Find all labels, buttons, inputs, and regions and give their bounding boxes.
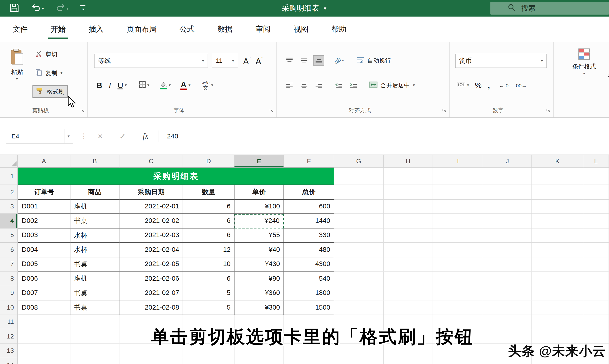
align-left-button[interactable] xyxy=(284,80,295,91)
cell-A8[interactable]: D006 xyxy=(18,272,70,286)
fill-color-dropdown-icon[interactable]: ▾ xyxy=(169,83,171,87)
column-header-F[interactable]: F xyxy=(284,155,334,168)
row-header-9[interactable]: 9 xyxy=(0,286,18,300)
cell-J1[interactable] xyxy=(483,168,532,185)
underline-button[interactable]: U ▾ xyxy=(118,81,127,90)
cell-K11[interactable] xyxy=(532,315,583,329)
row-header-13[interactable]: 13 xyxy=(0,344,18,358)
cell-A10[interactable]: D008 xyxy=(18,300,70,315)
cell-C2[interactable]: 采购日期 xyxy=(119,185,183,199)
italic-button[interactable]: I xyxy=(108,81,111,90)
font-size-dropdown-icon[interactable]: ▾ xyxy=(229,59,234,63)
cell-A11[interactable] xyxy=(18,315,70,329)
cell-L6[interactable] xyxy=(583,243,609,257)
paste-button[interactable]: 粘贴 ▾ xyxy=(6,48,29,98)
cell-F8[interactable]: 540 xyxy=(284,272,334,286)
cell-L12[interactable] xyxy=(583,329,609,344)
font-color-dropdown-icon[interactable]: ▾ xyxy=(188,83,190,87)
cell-H3[interactable] xyxy=(384,199,433,214)
select-all-button[interactable] xyxy=(0,155,18,168)
fill-color-button[interactable]: ▾ xyxy=(160,81,171,90)
cell-A3[interactable]: D001 xyxy=(18,199,70,214)
column-header-A[interactable]: A xyxy=(18,155,70,168)
cell-H1[interactable] xyxy=(384,168,433,185)
cell-J7[interactable] xyxy=(483,257,532,272)
accounting-dropdown-icon[interactable]: ▾ xyxy=(467,83,469,87)
cell-B7[interactable]: 书桌 xyxy=(70,257,119,272)
cell-L1[interactable] xyxy=(583,168,609,185)
cell-F7[interactable]: 4300 xyxy=(284,257,334,272)
cell-K10[interactable] xyxy=(532,300,583,315)
cell-H10[interactable] xyxy=(384,300,433,315)
cell-I3[interactable] xyxy=(433,199,483,214)
column-header-J[interactable]: J xyxy=(483,155,532,168)
cell-B3[interactable]: 座机 xyxy=(70,199,119,214)
cell-A14[interactable] xyxy=(18,358,70,364)
font-name-dropdown-icon[interactable]: ▾ xyxy=(199,59,204,63)
cell-E10[interactable]: ¥300 xyxy=(235,300,284,315)
conditional-formatting-button[interactable]: 条件格式 ▾ xyxy=(567,48,601,76)
number-format-combo[interactable]: 货币 ▾ xyxy=(455,54,547,68)
wrap-text-button[interactable]: 自动换行 xyxy=(356,56,391,65)
cell-A7[interactable]: D005 xyxy=(18,257,70,272)
cell-K3[interactable] xyxy=(532,199,583,214)
cell-G10[interactable] xyxy=(334,300,384,315)
cell-J6[interactable] xyxy=(483,243,532,257)
cell-C9[interactable]: 2021-02-07 xyxy=(119,286,183,300)
column-header-G[interactable]: G xyxy=(334,155,384,168)
cell-D2[interactable]: 数量 xyxy=(183,185,235,199)
cell-E4[interactable]: ¥240 xyxy=(235,214,284,228)
cell-J8[interactable] xyxy=(483,272,532,286)
cell-F14[interactable] xyxy=(284,358,334,364)
cell-E14[interactable] xyxy=(235,358,284,364)
comma-style-button[interactable]: , xyxy=(488,80,490,91)
cell-L3[interactable] xyxy=(583,199,609,214)
cut-button[interactable]: 剪切 xyxy=(33,48,68,61)
cell-H14[interactable] xyxy=(384,358,433,364)
cell-B6[interactable]: 水杯 xyxy=(70,243,119,257)
cell-G14[interactable] xyxy=(334,358,384,364)
cell-I6[interactable] xyxy=(433,243,483,257)
redo-button[interactable]: ▾ xyxy=(56,3,68,13)
cell-B4[interactable]: 书桌 xyxy=(70,214,119,228)
cell-C14[interactable] xyxy=(119,358,183,364)
increase-indent-button[interactable] xyxy=(348,80,359,91)
ribbon-tab-公式[interactable]: 公式 xyxy=(179,17,195,42)
cell-L5[interactable] xyxy=(583,228,609,243)
cell-G6[interactable] xyxy=(334,243,384,257)
document-title[interactable]: 采购明细表 ▼ xyxy=(282,3,327,13)
cell-J3[interactable] xyxy=(483,199,532,214)
cell-F6[interactable]: 480 xyxy=(284,243,334,257)
cell-F3[interactable]: 600 xyxy=(284,199,334,214)
cell-H4[interactable] xyxy=(384,214,433,228)
accounting-format-button[interactable]: ▾ xyxy=(457,81,469,90)
cell-A9[interactable]: D007 xyxy=(18,286,70,300)
ribbon-tab-插入[interactable]: 插入 xyxy=(88,17,105,42)
cell-K4[interactable] xyxy=(532,214,583,228)
align-center-button[interactable] xyxy=(299,80,310,91)
cell-G7[interactable] xyxy=(334,257,384,272)
confirm-button[interactable]: ✓ xyxy=(119,131,126,141)
cell-C7[interactable]: 2021-02-05 xyxy=(119,257,183,272)
row-header-6[interactable]: 6 xyxy=(0,243,18,257)
cell-B5[interactable]: 水杯 xyxy=(70,228,119,243)
name-box-dropdown-icon[interactable]: ▾ xyxy=(64,129,73,143)
insert-function-button[interactable]: fx xyxy=(143,132,148,141)
formula-input[interactable]: 240 xyxy=(167,132,178,140)
save-button[interactable] xyxy=(10,2,19,14)
cell-B14[interactable] xyxy=(70,358,119,364)
cell-A12[interactable] xyxy=(18,329,70,344)
cell-J2[interactable] xyxy=(483,185,532,199)
cell-I8[interactable] xyxy=(433,272,483,286)
bold-button[interactable]: B xyxy=(96,81,102,90)
cell-L4[interactable] xyxy=(583,214,609,228)
orientation-dropdown-icon[interactable]: ▾ xyxy=(342,58,344,63)
cell-B12[interactable] xyxy=(70,329,119,344)
cell-C5[interactable]: 2021-02-03 xyxy=(119,228,183,243)
cell-L7[interactable] xyxy=(583,257,609,272)
cell-K8[interactable] xyxy=(532,272,583,286)
cell-I10[interactable] xyxy=(433,300,483,315)
font-name-combo[interactable]: 等线 ▾ xyxy=(94,54,208,68)
cell-E8[interactable]: ¥90 xyxy=(235,272,284,286)
column-header-H[interactable]: H xyxy=(384,155,433,168)
